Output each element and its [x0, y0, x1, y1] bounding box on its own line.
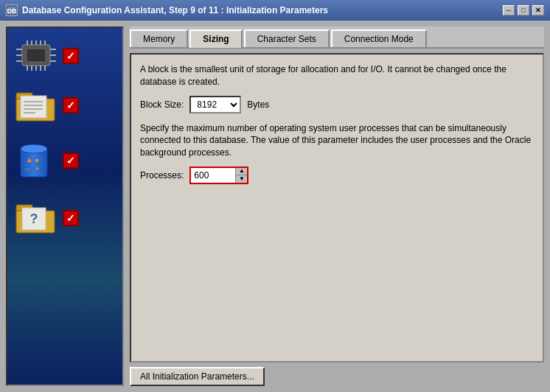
left-item-3: ▲ ■ ─ + ✓ — [15, 139, 115, 183]
app-icon: DB — [6, 4, 18, 16]
tab-sizing[interactable]: Sizing — [189, 29, 242, 48]
processes-description: Specify the maximum number of operating … — [140, 122, 534, 159]
bottom-area: All Initialization Parameters... — [130, 367, 544, 386]
left-panel-items: ✓ — [7, 28, 122, 385]
database-icon: ▲ ■ ─ + — [15, 139, 59, 183]
block-size-description: A block is the smallest unit of storage … — [140, 63, 534, 88]
svg-text:■: ■ — [35, 157, 39, 164]
spinner-buttons: ▲ ▼ — [235, 168, 247, 183]
svg-text:DB: DB — [7, 7, 17, 15]
check-4: ✓ — [63, 210, 79, 226]
block-size-row: Block Size: 8192 4096 16384 32768 Bytes — [140, 96, 534, 113]
processes-label: Processes: — [140, 170, 184, 181]
block-size-label: Block Size: — [140, 99, 184, 110]
tab-memory[interactable]: Memory — [130, 29, 188, 47]
window-title: Database Configuration Assistant, Step 9… — [22, 5, 503, 15]
init-params-button[interactable]: All Initialization Parameters... — [130, 367, 265, 386]
check-3: ✓ — [63, 153, 79, 169]
title-bar: DB Database Configuration Assistant, Ste… — [0, 0, 550, 21]
content-panel: A block is the smallest unit of storage … — [130, 53, 544, 363]
folder-icon — [15, 87, 59, 124]
chip-icon — [15, 39, 59, 72]
close-button[interactable]: ✕ — [532, 5, 544, 15]
left-item-2: ✓ — [15, 87, 115, 124]
processes-row: Processes: ▲ ▼ — [140, 167, 534, 184]
left-item-1: ✓ — [15, 39, 115, 72]
question-folder-icon: ? — [15, 197, 59, 238]
block-size-select[interactable]: 8192 4096 16384 32768 — [189, 96, 241, 113]
svg-text:+: + — [35, 165, 39, 172]
tab-bar: Memory Sizing Character Sets Connection … — [130, 27, 544, 49]
spinner-down-button[interactable]: ▼ — [235, 175, 247, 183]
block-size-unit: Bytes — [247, 99, 269, 110]
svg-rect-22 — [21, 96, 46, 118]
svg-rect-3 — [27, 49, 46, 62]
spinner-up-button[interactable]: ▲ — [235, 168, 247, 175]
svg-point-28 — [21, 144, 47, 153]
svg-text:─: ─ — [24, 165, 30, 172]
left-item-4: ? ✓ — [15, 197, 115, 238]
tab-character-sets[interactable]: Character Sets — [244, 29, 330, 47]
processes-spinner: ▲ ▼ — [189, 167, 248, 184]
maximize-button[interactable]: □ — [518, 5, 529, 15]
check-1: ✓ — [63, 48, 79, 64]
window-controls: ─ □ ✕ — [503, 5, 544, 15]
left-panel: ✓ — [6, 27, 124, 386]
right-panel: Memory Sizing Character Sets Connection … — [130, 27, 544, 386]
check-2: ✓ — [63, 97, 79, 113]
main-content: ✓ — [0, 21, 550, 392]
tab-connection-mode[interactable]: Connection Mode — [331, 29, 427, 47]
minimize-button[interactable]: ─ — [503, 5, 515, 15]
svg-text:▲: ▲ — [26, 155, 33, 164]
processes-input[interactable] — [191, 168, 235, 183]
svg-text:?: ? — [30, 211, 38, 226]
